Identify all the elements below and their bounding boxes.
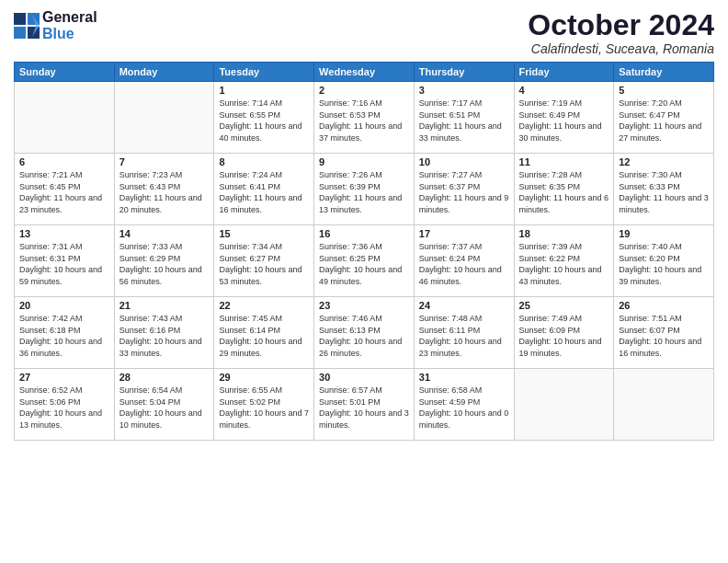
day-cell: 8Sunrise: 7:24 AMSunset: 6:41 PMDaylight…	[214, 154, 314, 225]
day-info: Sunrise: 7:36 AMSunset: 6:25 PMDaylight:…	[319, 241, 409, 287]
day-cell: 26Sunrise: 7:51 AMSunset: 6:07 PMDayligh…	[614, 297, 714, 369]
day-number: 13	[19, 228, 109, 239]
svg-rect-2	[14, 27, 26, 39]
day-cell: 2Sunrise: 7:16 AMSunset: 6:53 PMDaylight…	[314, 82, 415, 154]
day-cell: 12Sunrise: 7:30 AMSunset: 6:33 PMDayligh…	[614, 154, 714, 225]
day-cell: 10Sunrise: 7:27 AMSunset: 6:37 PMDayligh…	[414, 154, 514, 225]
day-number: 14	[119, 228, 210, 239]
day-info: Sunrise: 7:31 AMSunset: 6:31 PMDaylight:…	[19, 241, 109, 287]
day-number: 10	[419, 156, 509, 167]
day-cell	[15, 82, 115, 154]
day-number: 18	[519, 228, 609, 239]
day-cell: 30Sunrise: 6:57 AMSunset: 5:01 PMDayligh…	[314, 369, 415, 441]
day-info: Sunrise: 7:19 AMSunset: 6:49 PMDaylight:…	[519, 98, 609, 144]
day-cell: 20Sunrise: 7:42 AMSunset: 6:18 PMDayligh…	[15, 297, 115, 369]
week-row-2: 6Sunrise: 7:21 AMSunset: 6:45 PMDaylight…	[15, 154, 714, 225]
day-cell: 29Sunrise: 6:55 AMSunset: 5:02 PMDayligh…	[214, 369, 314, 441]
day-info: Sunrise: 7:26 AMSunset: 6:39 PMDaylight:…	[319, 169, 409, 215]
day-number: 8	[219, 156, 309, 167]
day-number: 24	[419, 300, 509, 311]
day-number: 23	[319, 300, 409, 311]
day-cell: 16Sunrise: 7:36 AMSunset: 6:25 PMDayligh…	[314, 225, 415, 297]
day-info: Sunrise: 7:14 AMSunset: 6:55 PMDaylight:…	[219, 98, 309, 144]
day-cell	[114, 82, 214, 154]
day-number: 26	[619, 300, 709, 311]
header-row: Sunday Monday Tuesday Wednesday Thursday…	[15, 63, 714, 82]
location: Calafindesti, Suceava, Romania	[528, 41, 714, 56]
week-row-1: 1Sunrise: 7:14 AMSunset: 6:55 PMDaylight…	[15, 82, 714, 154]
page: General Blue October 2024 Calafindesti, …	[0, 0, 728, 563]
day-number: 6	[19, 156, 109, 167]
day-info: Sunrise: 6:58 AMSunset: 4:59 PMDaylight:…	[419, 385, 509, 431]
day-info: Sunrise: 7:49 AMSunset: 6:09 PMDaylight:…	[519, 313, 609, 359]
day-cell: 19Sunrise: 7:40 AMSunset: 6:20 PMDayligh…	[614, 225, 714, 297]
day-cell: 11Sunrise: 7:28 AMSunset: 6:35 PMDayligh…	[514, 154, 614, 225]
day-number: 31	[419, 372, 509, 383]
day-info: Sunrise: 7:48 AMSunset: 6:11 PMDaylight:…	[419, 313, 509, 359]
day-number: 7	[119, 156, 210, 167]
month-title: October 2024	[528, 9, 714, 41]
day-info: Sunrise: 7:24 AMSunset: 6:41 PMDaylight:…	[219, 169, 309, 215]
day-number: 4	[519, 85, 609, 96]
logo: General Blue	[14, 9, 97, 41]
day-info: Sunrise: 7:42 AMSunset: 6:18 PMDaylight:…	[19, 313, 109, 359]
svg-rect-0	[14, 13, 26, 25]
day-cell: 25Sunrise: 7:49 AMSunset: 6:09 PMDayligh…	[514, 297, 614, 369]
day-info: Sunrise: 7:51 AMSunset: 6:07 PMDaylight:…	[619, 313, 709, 359]
day-number: 12	[619, 156, 709, 167]
logo-text: General Blue	[42, 9, 97, 41]
day-cell: 18Sunrise: 7:39 AMSunset: 6:22 PMDayligh…	[514, 225, 614, 297]
day-cell: 17Sunrise: 7:37 AMSunset: 6:24 PMDayligh…	[414, 225, 514, 297]
day-cell: 6Sunrise: 7:21 AMSunset: 6:45 PMDaylight…	[15, 154, 115, 225]
day-cell: 5Sunrise: 7:20 AMSunset: 6:47 PMDaylight…	[614, 82, 714, 154]
day-cell: 23Sunrise: 7:46 AMSunset: 6:13 PMDayligh…	[314, 297, 415, 369]
day-cell: 27Sunrise: 6:52 AMSunset: 5:06 PMDayligh…	[15, 369, 115, 441]
day-number: 2	[319, 85, 409, 96]
header: General Blue October 2024 Calafindesti, …	[14, 9, 714, 56]
col-friday: Friday	[514, 63, 614, 82]
day-cell: 7Sunrise: 7:23 AMSunset: 6:43 PMDaylight…	[114, 154, 214, 225]
day-number: 22	[219, 300, 309, 311]
day-info: Sunrise: 7:43 AMSunset: 6:16 PMDaylight:…	[119, 313, 210, 359]
day-cell	[514, 369, 614, 441]
day-info: Sunrise: 7:17 AMSunset: 6:51 PMDaylight:…	[419, 98, 509, 144]
day-cell: 22Sunrise: 7:45 AMSunset: 6:14 PMDayligh…	[214, 297, 314, 369]
calendar-table: Sunday Monday Tuesday Wednesday Thursday…	[14, 62, 714, 441]
day-number: 1	[219, 85, 309, 96]
day-info: Sunrise: 7:46 AMSunset: 6:13 PMDaylight:…	[319, 313, 409, 359]
day-number: 30	[319, 372, 409, 383]
day-number: 19	[619, 228, 709, 239]
day-info: Sunrise: 6:54 AMSunset: 5:04 PMDaylight:…	[119, 385, 210, 431]
day-cell	[614, 369, 714, 441]
day-number: 25	[519, 300, 609, 311]
day-number: 28	[119, 372, 210, 383]
title-block: October 2024 Calafindesti, Suceava, Roma…	[528, 9, 714, 56]
day-info: Sunrise: 7:34 AMSunset: 6:27 PMDaylight:…	[219, 241, 309, 287]
day-cell: 3Sunrise: 7:17 AMSunset: 6:51 PMDaylight…	[414, 82, 514, 154]
day-info: Sunrise: 7:27 AMSunset: 6:37 PMDaylight:…	[419, 169, 509, 215]
day-info: Sunrise: 7:37 AMSunset: 6:24 PMDaylight:…	[419, 241, 509, 287]
col-thursday: Thursday	[414, 63, 514, 82]
day-cell: 14Sunrise: 7:33 AMSunset: 6:29 PMDayligh…	[114, 225, 214, 297]
day-info: Sunrise: 7:28 AMSunset: 6:35 PMDaylight:…	[519, 169, 609, 215]
day-number: 29	[219, 372, 309, 383]
day-number: 15	[219, 228, 309, 239]
day-cell: 15Sunrise: 7:34 AMSunset: 6:27 PMDayligh…	[214, 225, 314, 297]
day-number: 17	[419, 228, 509, 239]
day-number: 11	[519, 156, 609, 167]
day-info: Sunrise: 7:16 AMSunset: 6:53 PMDaylight:…	[319, 98, 409, 144]
week-row-3: 13Sunrise: 7:31 AMSunset: 6:31 PMDayligh…	[15, 225, 714, 297]
day-cell: 1Sunrise: 7:14 AMSunset: 6:55 PMDaylight…	[214, 82, 314, 154]
day-info: Sunrise: 6:55 AMSunset: 5:02 PMDaylight:…	[219, 385, 309, 431]
col-sunday: Sunday	[15, 63, 115, 82]
day-info: Sunrise: 7:40 AMSunset: 6:20 PMDaylight:…	[619, 241, 709, 287]
day-number: 27	[19, 372, 109, 383]
day-info: Sunrise: 7:21 AMSunset: 6:45 PMDaylight:…	[19, 169, 109, 215]
day-number: 9	[319, 156, 409, 167]
day-cell: 24Sunrise: 7:48 AMSunset: 6:11 PMDayligh…	[414, 297, 514, 369]
week-row-5: 27Sunrise: 6:52 AMSunset: 5:06 PMDayligh…	[15, 369, 714, 441]
day-info: Sunrise: 7:39 AMSunset: 6:22 PMDaylight:…	[519, 241, 609, 287]
day-cell: 31Sunrise: 6:58 AMSunset: 4:59 PMDayligh…	[414, 369, 514, 441]
day-info: Sunrise: 7:20 AMSunset: 6:47 PMDaylight:…	[619, 98, 709, 144]
day-info: Sunrise: 6:57 AMSunset: 5:01 PMDaylight:…	[319, 385, 409, 431]
